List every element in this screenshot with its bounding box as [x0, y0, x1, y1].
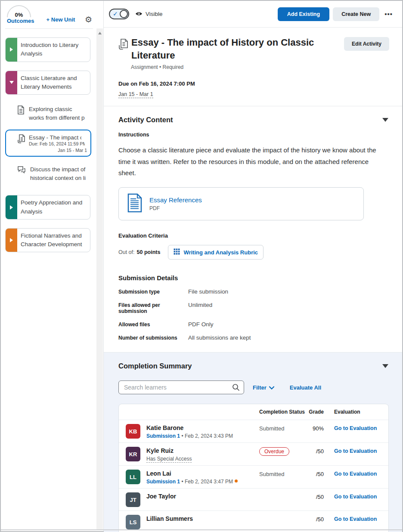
gear-icon[interactable]: ⚙ [85, 15, 92, 24]
grade-value: /50 [304, 448, 324, 455]
filter-label: Filter [253, 384, 267, 391]
go-to-evaluation-link[interactable]: Go to Evaluation [334, 425, 377, 431]
unit-color-bar[interactable] [6, 71, 17, 95]
learner-name: Leon Lai [146, 470, 238, 477]
chevron-down-icon [269, 384, 274, 391]
new-unit-button[interactable]: + New Unit [46, 16, 75, 23]
visibility-toggle[interactable]: ✓ [109, 9, 129, 19]
grade-value: /50 [304, 471, 324, 477]
points-value: 50 points [137, 249, 161, 255]
sidebar-topic-exploring-classic-works[interactable]: Exploring classic works from different p [17, 105, 90, 122]
assignment-icon [118, 39, 128, 52]
collapse-caret-icon[interactable] [382, 118, 388, 122]
search-input[interactable] [118, 380, 244, 394]
detail-value: PDF Only [188, 321, 214, 328]
go-to-evaluation-link[interactable]: Go to Evaluation [334, 494, 377, 500]
learner-name: Kyle Ruiz [146, 447, 192, 454]
go-to-evaluation-link[interactable]: Go to Evaluation [334, 471, 377, 477]
outcomes-link[interactable]: Outcomes [7, 18, 34, 24]
table-header-row: Completion Status Grade Evaluation [119, 404, 388, 420]
sidebar-topic-discussion[interactable]: Discuss the impact of historical context… [17, 165, 90, 182]
sidebar-header: 0% Outcomes + New Unit ⚙ [5, 4, 93, 29]
scroll-up-arrow-icon[interactable] [98, 32, 102, 34]
bottom-divider [1, 529, 402, 530]
sidebar-unit-poetry[interactable]: Poetry Appreciation and Analysis [5, 195, 90, 220]
activity-toolbar: ✓ Visible Add Existing Create New ••• [104, 1, 402, 28]
toggle-knob[interactable] [120, 10, 128, 18]
submission-detail-row: Allowed files PDF Only [118, 322, 392, 328]
more-options-icon[interactable]: ••• [384, 10, 393, 18]
go-to-evaluation-link[interactable]: Go to Evaluation [334, 516, 377, 522]
outcomes-gauge[interactable]: 0% Outcomes [7, 5, 34, 24]
assignment-icon [17, 134, 25, 146]
completion-summary-heading: Completion Summary [118, 362, 192, 370]
unit-color-bar[interactable] [6, 229, 17, 252]
avatar: JT [126, 492, 140, 507]
learner-row: KB Katie Barone Submission 1 • Feb 2, 20… [119, 420, 388, 442]
attachment-title-link[interactable]: Essay References [149, 196, 202, 204]
outcomes-progress-arc: 0% [7, 5, 31, 17]
status-badge: Overdue [259, 447, 289, 456]
avatar: KR [126, 447, 140, 461]
special-access-link[interactable]: Has Special Access [146, 456, 192, 463]
sidebar-unit-classic-literature[interactable]: Classic Literature and Literary Movement… [5, 71, 90, 95]
topic-label: Exploring classic works from different p [29, 105, 86, 122]
chevron-right-icon [10, 205, 13, 210]
course-outline-sidebar: 0% Outcomes + New Unit ⚙ Introduction to… [1, 1, 96, 529]
availability-range-link[interactable]: Jan 15 - Mar 1 [118, 91, 153, 98]
activity-header: Essay - The impact of History on Classic… [104, 28, 402, 106]
create-new-button[interactable]: Create New [333, 7, 379, 21]
collapse-caret-icon[interactable] [382, 364, 388, 368]
submission-detail-row: Number of submissions All submissions ar… [118, 335, 392, 341]
meta-bullet: • [159, 64, 161, 70]
search-icon[interactable] [232, 384, 240, 393]
unit-label: Introduction to Literary Analysis [17, 38, 90, 62]
topic-label: Essay - The impact of H [29, 134, 81, 141]
rubric-label: Writing and Analysis Rubric [183, 249, 258, 256]
due-date-text: Due on Feb 16, 2024 7:00 PM [118, 80, 392, 87]
detail-label: Number of submissions [118, 335, 188, 341]
chevron-down-icon [9, 81, 14, 84]
attachment-card[interactable]: Essay References PDF [118, 187, 364, 220]
submission-details-heading: Submission Details [118, 274, 392, 281]
column-header-evaluation: Evaluation [334, 409, 360, 415]
avatar: KB [126, 424, 140, 439]
filter-dropdown[interactable]: Filter [253, 384, 274, 391]
sidebar-topic-essay-selected[interactable]: Essay - The impact of H Due: Feb 16, 202… [5, 130, 91, 157]
evaluate-all-link[interactable]: Evaluate All [290, 384, 321, 391]
unit-color-bar[interactable] [6, 38, 17, 62]
detail-value: File submission [188, 288, 228, 295]
grade-value: /50 [304, 494, 324, 500]
instructions-text: Choose a classic literature piece and ev… [118, 145, 385, 179]
edit-activity-button[interactable]: Edit Activity [344, 37, 389, 51]
visibility-status: Visible [135, 10, 163, 18]
evaluation-criteria-heading: Evaluation Criteria [118, 232, 392, 239]
rubric-grid-icon [174, 248, 180, 256]
sidebar-unit-introduction[interactable]: Introduction to Literary Analysis [5, 37, 90, 62]
unit-label: Poetry Appreciation and Analysis [17, 195, 90, 219]
file-icon [127, 193, 143, 214]
status-label: Submitted [259, 471, 304, 477]
learner-name: Katie Barone [146, 424, 233, 431]
rubric-button[interactable]: Writing and Analysis Rubric [168, 245, 264, 260]
avatar: LS [126, 515, 140, 529]
submission-link[interactable]: Submission 1 [146, 433, 180, 439]
grade-value: /50 [304, 516, 324, 523]
sidebar-unit-fictional-narratives[interactable]: Fictional Narratives and Character Devel… [5, 228, 90, 253]
unit-label: Fictional Narratives and Character Devel… [17, 229, 90, 252]
unit-color-bar[interactable] [6, 195, 17, 219]
activity-type-label: Assignment [131, 64, 158, 70]
column-header-status: Completion Status [259, 409, 304, 415]
go-to-evaluation-link[interactable]: Go to Evaluation [334, 448, 377, 454]
sidebar-scrollbar[interactable] [96, 28, 103, 529]
submission-link[interactable]: Submission 1 [146, 479, 180, 485]
detail-label: Allowed files [118, 322, 188, 328]
grade-value: 90% [304, 425, 324, 432]
submission-date: • Feb 2, 2024 3:43 PM [181, 433, 233, 439]
page-title: Essay - The impact of History on Classic… [131, 36, 338, 62]
column-header-grade: Grade [304, 409, 324, 415]
status-label: Submitted [259, 425, 304, 432]
learners-table: Completion Status Grade Evaluation KB Ka… [118, 404, 389, 532]
add-existing-button[interactable]: Add Existing [278, 7, 329, 21]
chevron-right-icon [10, 47, 13, 52]
